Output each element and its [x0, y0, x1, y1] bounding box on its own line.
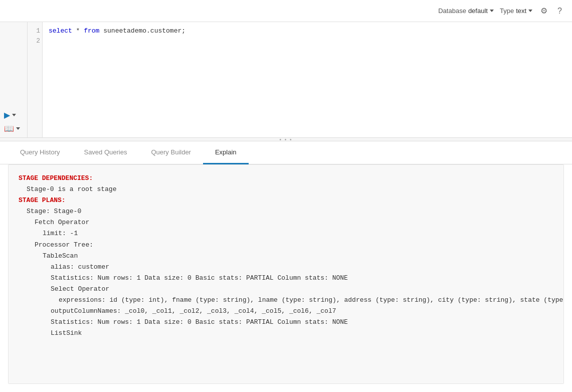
tab-query-history[interactable]: Query History — [8, 141, 72, 164]
type-label: Type — [500, 7, 514, 15]
database-chevron-icon — [490, 10, 494, 12]
explain-line: Stage: Stage-0 — [19, 206, 553, 217]
tab-query-builder[interactable]: Query Builder — [139, 141, 203, 164]
tab-saved-queries-label: Saved Queries — [84, 148, 127, 156]
sql-rest: * — [72, 27, 84, 35]
explain-content: STAGE DEPENDENCIES:Stage-0 is a root sta… — [8, 164, 564, 384]
tabs-bar: Query History Saved Queries Query Builde… — [0, 141, 572, 164]
run-dropdown-icon — [12, 114, 16, 116]
tab-query-builder-label: Query Builder — [151, 148, 190, 156]
explain-line: expressions: id (type: int), fname (type… — [19, 295, 553, 306]
database-dropdown[interactable]: default — [468, 7, 494, 15]
editor-sidebar: ▶ 📖 — [0, 22, 28, 137]
explain-line: outputColumnNames: _col0, _col1, _col2, … — [19, 306, 553, 317]
run-button[interactable]: ▶ — [4, 110, 16, 120]
tab-explain-label: Explain — [215, 148, 237, 156]
sql-table: suneetademo.customer; — [99, 27, 185, 35]
main-layout: Database default Type text ⚙ ? ▶ 📖 — [0, 0, 572, 392]
book-button[interactable]: 📖 — [4, 124, 20, 133]
line-numbers: 1 2 — [28, 22, 43, 137]
database-label: Database — [438, 7, 466, 15]
explain-line: TableScan — [19, 251, 553, 262]
line-number-2: 2 — [32, 36, 40, 46]
explain-line: Fetch Operator — [19, 217, 553, 228]
top-toolbar: Database default Type text ⚙ ? — [0, 0, 572, 22]
sql-keyword-from: from — [84, 27, 99, 35]
resize-handle[interactable]: • • • — [0, 137, 572, 141]
database-group: Database default — [438, 7, 494, 15]
gear-icon[interactable]: ⚙ — [538, 5, 549, 17]
run-icon: ▶ — [4, 110, 10, 120]
explain-line: Stage-0 is a root stage — [19, 184, 553, 195]
book-icon: 📖 — [4, 124, 14, 133]
explain-line: alias: customer — [19, 262, 553, 273]
editor-row: ▶ 📖 1 2 select * from suneetademo.custom… — [0, 22, 572, 137]
type-dropdown[interactable]: text — [516, 7, 532, 15]
explain-line: limit: -1 — [19, 228, 553, 239]
tab-saved-queries[interactable]: Saved Queries — [72, 141, 139, 164]
help-icon[interactable]: ? — [555, 6, 564, 17]
database-value: default — [468, 7, 488, 15]
type-chevron-icon — [528, 10, 532, 12]
explain-line: ListSink — [19, 328, 553, 339]
explain-line: STAGE PLANS: — [19, 195, 553, 206]
explain-line: Statistics: Num rows: 1 Data size: 0 Bas… — [19, 273, 553, 284]
type-group: Type text — [500, 7, 532, 15]
line-number-1: 1 — [32, 26, 40, 36]
explain-line: Processor Tree: — [19, 240, 553, 251]
sql-keyword-select: select — [49, 27, 72, 35]
book-dropdown-icon — [16, 127, 20, 130]
tab-query-history-label: Query History — [20, 148, 60, 156]
bottom-panel: Query History Saved Queries Query Builde… — [0, 141, 572, 392]
tab-explain[interactable]: Explain — [203, 141, 249, 164]
type-value: text — [516, 7, 526, 15]
explain-line: Statistics: Num rows: 1 Data size: 0 Bas… — [19, 317, 553, 328]
explain-line: Select Operator — [19, 284, 553, 295]
explain-line: STAGE DEPENDENCIES: — [19, 173, 553, 184]
editor-content[interactable]: select * from suneetademo.customer; — [43, 22, 572, 137]
